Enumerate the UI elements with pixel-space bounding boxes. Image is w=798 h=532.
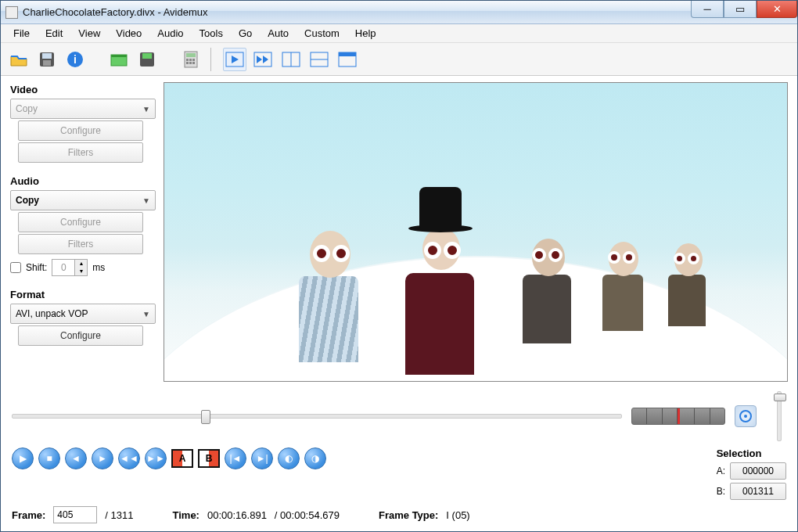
menu-help[interactable]: Help xyxy=(347,25,384,41)
menu-view[interactable]: View xyxy=(70,25,108,41)
jog-wheel[interactable] xyxy=(631,408,725,425)
maximize-button[interactable]: ▭ xyxy=(724,1,757,18)
audio-codec-select[interactable]: Copy▼ xyxy=(10,190,156,210)
svg-rect-16 xyxy=(192,62,195,64)
close-button[interactable]: ✕ xyxy=(757,1,797,18)
shift-spinner[interactable]: 0▲▼ xyxy=(52,259,88,276)
next-black-button[interactable]: ◑ xyxy=(304,448,326,469)
info-icon[interactable]: i xyxy=(63,48,87,71)
format-select[interactable]: AVI, unpack VOP▼ xyxy=(10,304,156,324)
toolbar: i xyxy=(1,43,797,76)
svg-point-26 xyxy=(744,415,747,418)
timeline-thumb[interactable] xyxy=(201,410,210,424)
menubar: File Edit View Video Audio Tools Go Auto… xyxy=(1,24,797,43)
open-video-icon[interactable] xyxy=(107,48,131,71)
selection-b-label: B: xyxy=(717,486,725,497)
menu-go[interactable]: Go xyxy=(231,25,260,41)
svg-rect-8 xyxy=(142,53,152,59)
set-marker-a-button[interactable]: A xyxy=(171,449,193,468)
svg-rect-11 xyxy=(186,59,189,61)
svg-rect-2 xyxy=(43,60,51,66)
open-icon[interactable] xyxy=(7,48,31,71)
layout-hsplit-icon[interactable] xyxy=(307,48,331,71)
svg-rect-14 xyxy=(186,62,189,64)
format-configure-button[interactable]: Configure xyxy=(18,325,143,346)
timeline-slider[interactable] xyxy=(12,414,622,419)
time-value: 00:00:16.891 xyxy=(207,509,267,521)
next-keyframe-button[interactable]: ►| xyxy=(251,448,273,469)
stop-button[interactable]: ■ xyxy=(38,448,60,469)
time-total: / 00:00:54.679 xyxy=(275,509,340,521)
selection-a-button[interactable]: 000000 xyxy=(730,462,786,480)
layout-play-icon[interactable] xyxy=(223,48,246,71)
titlebar: CharlieChocolateFactory.divx - Avidemux … xyxy=(1,1,797,24)
svg-rect-1 xyxy=(42,53,52,59)
status-bar: Frame: / 1311 Time: 00:00:16.891 / 00:00… xyxy=(12,506,786,523)
menu-video[interactable]: Video xyxy=(108,25,149,41)
minimize-button[interactable]: ─ xyxy=(691,1,724,18)
menu-custom[interactable]: Custom xyxy=(297,25,347,41)
video-filters-button[interactable]: Filters xyxy=(18,142,143,163)
layout-split-icon[interactable] xyxy=(279,48,303,71)
next-frame-button[interactable]: ► xyxy=(92,448,113,469)
video-configure-button[interactable]: Configure xyxy=(18,120,143,141)
rewind-button[interactable]: ◄◄ xyxy=(118,448,140,469)
time-label: Time: xyxy=(173,509,200,521)
menu-tools[interactable]: Tools xyxy=(192,25,231,41)
volume-slider[interactable] xyxy=(772,391,786,441)
selection-b-button[interactable]: 001311 xyxy=(730,483,786,500)
frame-label: Frame: xyxy=(12,509,45,521)
selection-title: Selection xyxy=(717,448,786,459)
svg-rect-13 xyxy=(192,59,195,61)
audio-filters-button[interactable]: Filters xyxy=(18,234,143,254)
layout-window-icon[interactable] xyxy=(336,48,359,71)
shift-label: Shift: xyxy=(26,262,47,273)
frametype-value: I (05) xyxy=(446,509,469,521)
menu-audio[interactable]: Audio xyxy=(149,25,191,41)
audio-section-title: Audio xyxy=(10,174,156,189)
prev-keyframe-button[interactable]: |◄ xyxy=(225,448,246,469)
prev-black-button[interactable]: ◐ xyxy=(278,448,300,469)
prev-frame-button[interactable]: ◄ xyxy=(65,448,87,469)
shift-unit: ms xyxy=(92,262,105,273)
layout-forward-icon[interactable] xyxy=(251,48,275,71)
forward-button[interactable]: ►► xyxy=(145,448,167,469)
svg-rect-6 xyxy=(111,55,127,57)
svg-rect-10 xyxy=(186,53,196,57)
frame-total: / 1311 xyxy=(105,509,133,521)
format-section-title: Format xyxy=(10,287,156,302)
play-button[interactable]: ▶ xyxy=(12,448,34,469)
audio-configure-button[interactable]: Configure xyxy=(18,212,143,232)
svg-rect-15 xyxy=(189,62,192,64)
svg-text:i: i xyxy=(74,53,77,66)
video-section-title: Video xyxy=(10,82,156,97)
frame-input[interactable] xyxy=(53,506,97,523)
frametype-label: Frame Type: xyxy=(379,509,438,521)
menu-edit[interactable]: Edit xyxy=(38,25,70,41)
set-marker-b-button[interactable]: B xyxy=(198,449,220,468)
jog-reset-icon[interactable] xyxy=(735,405,757,427)
svg-rect-24 xyxy=(339,52,356,56)
shift-checkbox[interactable] xyxy=(10,262,21,273)
video-preview xyxy=(164,82,788,382)
menu-file[interactable]: File xyxy=(5,25,38,41)
video-codec-select[interactable]: Copy▼ xyxy=(10,99,156,119)
svg-rect-12 xyxy=(189,59,192,61)
selection-a-label: A: xyxy=(717,466,725,476)
calculator-icon[interactable] xyxy=(179,48,203,71)
save-video-icon[interactable] xyxy=(135,48,159,71)
menu-auto[interactable]: Auto xyxy=(260,25,297,41)
window-title: CharlieChocolateFactory.divx - Avidemux xyxy=(23,6,691,18)
save-icon[interactable] xyxy=(35,48,59,71)
sidebar: Video Copy▼ Configure Filters Audio Copy… xyxy=(10,82,156,382)
app-icon xyxy=(5,6,18,19)
